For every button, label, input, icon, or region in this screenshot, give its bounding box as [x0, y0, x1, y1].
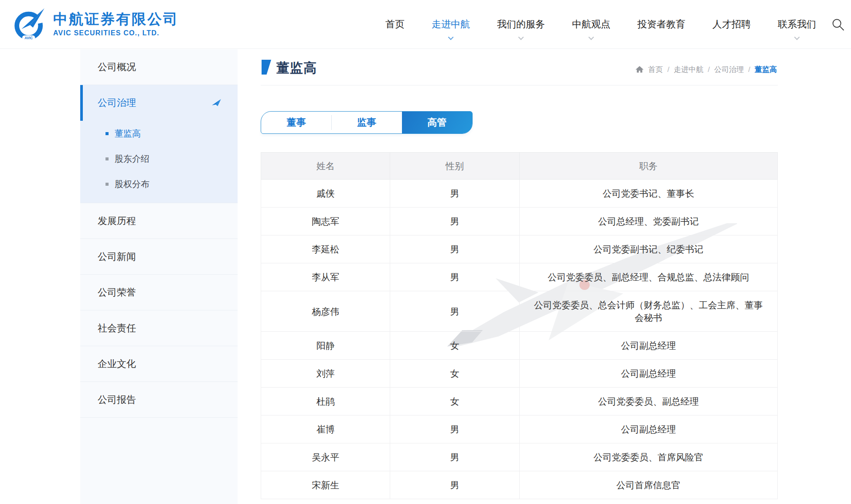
chevron-down-icon [518, 34, 524, 40]
sidebar-subitem-label: 股东介绍 [115, 153, 150, 165]
cell-position: 公司首席信息官 [519, 471, 778, 499]
cell-position: 公司党委委员、副总经理 [519, 388, 778, 415]
nav-item-services[interactable]: 我们的服务 [497, 18, 545, 31]
sidebar: 公司概况 公司治理 董监高 股东介绍 股权分布 发展历程 公司新闻 公司荣誉 [80, 49, 238, 504]
breadcrumb-item[interactable]: 首页 [648, 65, 663, 75]
cell-gender: 女 [390, 388, 519, 415]
tab-label: 董事 [287, 116, 306, 129]
breadcrumb-separator: / [708, 65, 710, 74]
table-row: 崔博 男 公司副总经理 [261, 415, 778, 443]
breadcrumb-item[interactable]: 公司治理 [714, 65, 744, 75]
sidebar-subitem-executives[interactable]: 董监高 [80, 121, 238, 146]
paper-plane-icon [211, 97, 222, 109]
bullet-icon [106, 157, 109, 160]
nav-item-viewpoints[interactable]: 中航观点 [572, 18, 610, 31]
cell-position: 公司副总经理 [519, 360, 778, 388]
table-row: 刘萍 女 公司副总经理 [261, 360, 778, 388]
column-header-name: 姓名 [261, 153, 390, 180]
main-content: 董监高 首页 / 走进中航 / 公司治理 / 董监高 董事 监事 高管 [261, 49, 778, 504]
cell-name: 李延松 [261, 235, 390, 263]
sidebar-item-company-overview[interactable]: 公司概况 [80, 49, 238, 85]
cell-position: 公司党委副书记、纪委书记 [519, 235, 778, 263]
cell-name: 吴永平 [261, 443, 390, 471]
sidebar-item-label: 公司报告 [98, 393, 136, 406]
table-row: 阳静 女 公司副总经理 [261, 332, 778, 360]
sidebar-item-label: 公司荣誉 [98, 286, 136, 299]
sidebar-item-label: 发展历程 [98, 215, 136, 228]
cell-position: 公司副总经理 [519, 415, 778, 443]
sidebar-item-social-responsibility[interactable]: 社会责任 [80, 310, 238, 346]
tab-label: 监事 [357, 116, 376, 129]
sidebar-item-reports[interactable]: 公司报告 [80, 382, 238, 418]
sidebar-item-history[interactable]: 发展历程 [80, 203, 238, 239]
cell-gender: 男 [390, 263, 519, 291]
tab-bar: 董事 监事 高管 [261, 111, 473, 134]
cell-position: 公司党委委员、总会计师（财务总监）、工会主席、董事会秘书 [519, 291, 778, 332]
table-row: 戚侠 男 公司党委书记、董事长 [261, 180, 778, 208]
chevron-down-icon [589, 34, 594, 40]
cell-position: 公司总经理、党委副书记 [519, 208, 778, 235]
sidebar-group-governance: 公司治理 董监高 股东介绍 股权分布 [80, 85, 238, 203]
cell-position: 公司副总经理 [519, 332, 778, 360]
sidebar-subitem-shareholders[interactable]: 股东介绍 [80, 146, 238, 171]
top-header: AVIC 中航证券有限公司 AVIC SECURITIES CO., LTD. … [0, 0, 851, 49]
bullet-icon [106, 183, 109, 186]
nav-item-label: 中航观点 [572, 19, 610, 30]
sidebar-subitem-equity-distribution[interactable]: 股权分布 [80, 171, 238, 197]
cell-position: 公司党委委员、副总经理、合规总监、总法律顾问 [519, 263, 778, 291]
breadcrumb-item-current: 董监高 [755, 65, 777, 75]
cell-name: 杜鹃 [261, 388, 390, 415]
cell-name: 阳静 [261, 332, 390, 360]
breadcrumb-item[interactable]: 走进中航 [674, 65, 704, 75]
nav-item-label: 投资者教育 [637, 19, 685, 30]
cell-gender: 男 [390, 291, 519, 332]
title-marker [262, 60, 271, 75]
nav-item-home[interactable]: 首页 [385, 18, 405, 31]
table-row: 杨彦伟 男 公司党委委员、总会计师（财务总监）、工会主席、董事会秘书 [261, 291, 778, 332]
cell-gender: 男 [390, 415, 519, 443]
table-row: 李从军 男 公司党委委员、副总经理、合规总监、总法律顾问 [261, 263, 778, 291]
cell-gender: 男 [390, 208, 519, 235]
chevron-down-icon [448, 34, 454, 40]
company-name-en: AVIC SECURITIES CO., LTD. [53, 29, 179, 37]
cell-name: 宋新生 [261, 471, 390, 499]
cell-gender: 男 [390, 235, 519, 263]
sidebar-item-label: 公司治理 [98, 96, 136, 109]
sidebar-item-culture[interactable]: 企业文化 [80, 346, 238, 382]
nav-item-label: 联系我们 [778, 19, 816, 30]
main-nav: 首页 走进中航 我们的服务 中航观点 投资者教育 人才招聘 联系我们 [385, 0, 816, 49]
sidebar-item-corporate-governance[interactable]: 公司治理 [80, 85, 238, 121]
tab-supervisors[interactable]: 监事 [331, 112, 402, 133]
nav-item-investor-education[interactable]: 投资者教育 [637, 18, 685, 31]
home-icon[interactable] [635, 65, 644, 74]
tab-executives[interactable]: 高管 [402, 112, 472, 133]
sidebar-item-honors[interactable]: 公司荣誉 [80, 275, 238, 310]
sidebar-subitem-label: 董监高 [115, 128, 141, 140]
table-row: 李延松 男 公司党委副书记、纪委书记 [261, 235, 778, 263]
column-header-position: 职务 [519, 153, 778, 180]
column-header-gender: 性别 [390, 153, 519, 180]
table-row: 陶志军 男 公司总经理、党委副书记 [261, 208, 778, 235]
cell-gender: 男 [390, 443, 519, 471]
search-button[interactable] [831, 17, 851, 33]
nav-item-about[interactable]: 走进中航 [432, 18, 470, 31]
nav-item-contact[interactable]: 联系我们 [778, 18, 816, 31]
sidebar-item-news[interactable]: 公司新闻 [80, 239, 238, 275]
avic-logo-icon: AVIC [12, 6, 48, 42]
cell-position: 公司党委书记、董事长 [519, 180, 778, 208]
brand-logo-block[interactable]: AVIC 中航证券有限公司 AVIC SECURITIES CO., LTD. [12, 6, 179, 42]
cell-position: 公司党委委员、首席风险官 [519, 443, 778, 471]
table-row: 吴永平 男 公司党委委员、首席风险官 [261, 443, 778, 471]
cell-gender: 男 [390, 180, 519, 208]
nav-item-recruitment[interactable]: 人才招聘 [712, 18, 751, 31]
company-name-cn: 中航证券有限公司 [53, 11, 179, 27]
cell-gender: 女 [390, 332, 519, 360]
search-icon [831, 17, 846, 32]
table-header-row: 姓名 性别 职务 [261, 153, 778, 180]
cell-name: 戚侠 [261, 180, 390, 208]
active-indicator [80, 85, 83, 121]
sidebar-item-label: 企业文化 [98, 358, 136, 371]
nav-item-label: 首页 [385, 19, 405, 30]
cell-name: 陶志军 [261, 208, 390, 235]
tab-directors[interactable]: 董事 [261, 112, 331, 133]
